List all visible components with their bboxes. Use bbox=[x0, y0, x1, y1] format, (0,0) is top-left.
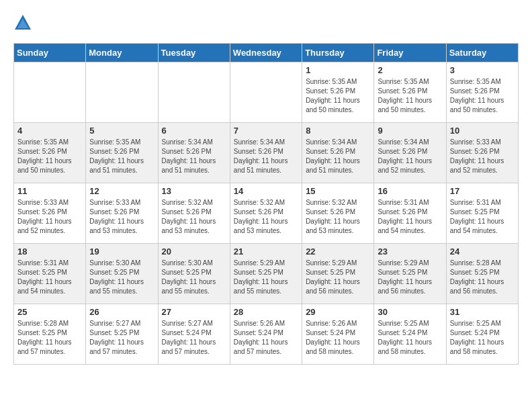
day-info: Sunrise: 5:34 AM Sunset: 5:26 PM Dayligh… bbox=[234, 138, 298, 175]
day-cell: 1Sunrise: 5:35 AM Sunset: 5:26 PM Daylig… bbox=[302, 62, 374, 123]
day-cell: 24Sunrise: 5:28 AM Sunset: 5:25 PM Dayli… bbox=[446, 244, 518, 304]
day-cell: 8Sunrise: 5:34 AM Sunset: 5:26 PM Daylig… bbox=[302, 123, 374, 183]
day-info: Sunrise: 5:27 AM Sunset: 5:25 PM Dayligh… bbox=[89, 319, 154, 357]
day-cell: 11Sunrise: 5:33 AM Sunset: 5:26 PM Dayli… bbox=[14, 183, 86, 244]
day-info: Sunrise: 5:35 AM Sunset: 5:26 PM Dayligh… bbox=[450, 77, 515, 115]
day-info: Sunrise: 5:32 AM Sunset: 5:26 PM Dayligh… bbox=[306, 198, 370, 236]
day-number: 28 bbox=[234, 307, 298, 317]
day-number: 8 bbox=[306, 126, 370, 136]
weekday-sunday: Sunday bbox=[14, 44, 86, 62]
day-info: Sunrise: 5:30 AM Sunset: 5:25 PM Dayligh… bbox=[162, 259, 226, 296]
day-cell: 26Sunrise: 5:27 AM Sunset: 5:25 PM Dayli… bbox=[86, 304, 158, 365]
day-number: 16 bbox=[378, 186, 442, 196]
day-info: Sunrise: 5:31 AM Sunset: 5:25 PM Dayligh… bbox=[17, 259, 82, 296]
day-info: Sunrise: 5:33 AM Sunset: 5:26 PM Dayligh… bbox=[17, 198, 82, 236]
day-number: 17 bbox=[450, 186, 515, 196]
day-number: 9 bbox=[378, 126, 442, 136]
day-cell: 16Sunrise: 5:31 AM Sunset: 5:26 PM Dayli… bbox=[374, 183, 446, 244]
day-cell: 13Sunrise: 5:32 AM Sunset: 5:26 PM Dayli… bbox=[158, 183, 230, 244]
day-cell: 14Sunrise: 5:32 AM Sunset: 5:26 PM Dayli… bbox=[230, 183, 302, 244]
day-info: Sunrise: 5:25 AM Sunset: 5:24 PM Dayligh… bbox=[450, 319, 515, 357]
week-row-1: 1Sunrise: 5:35 AM Sunset: 5:26 PM Daylig… bbox=[14, 62, 519, 123]
day-number: 30 bbox=[378, 307, 442, 317]
day-cell: 19Sunrise: 5:30 AM Sunset: 5:25 PM Dayli… bbox=[86, 244, 158, 304]
day-number: 24 bbox=[450, 246, 515, 257]
day-info: Sunrise: 5:29 AM Sunset: 5:25 PM Dayligh… bbox=[234, 259, 298, 296]
day-cell: 22Sunrise: 5:29 AM Sunset: 5:25 PM Dayli… bbox=[302, 244, 374, 304]
day-number: 13 bbox=[162, 186, 226, 196]
day-number: 7 bbox=[234, 126, 298, 136]
day-cell: 25Sunrise: 5:28 AM Sunset: 5:25 PM Dayli… bbox=[14, 304, 86, 365]
weekday-monday: Monday bbox=[86, 44, 158, 62]
day-info: Sunrise: 5:29 AM Sunset: 5:25 PM Dayligh… bbox=[378, 259, 442, 296]
day-number: 12 bbox=[89, 186, 154, 196]
day-info: Sunrise: 5:35 AM Sunset: 5:26 PM Dayligh… bbox=[378, 77, 442, 115]
day-number: 22 bbox=[306, 246, 370, 257]
logo bbox=[13, 13, 38, 32]
day-cell: 28Sunrise: 5:26 AM Sunset: 5:24 PM Dayli… bbox=[230, 304, 302, 365]
week-row-2: 4Sunrise: 5:35 AM Sunset: 5:26 PM Daylig… bbox=[14, 123, 519, 183]
week-row-4: 18Sunrise: 5:31 AM Sunset: 5:25 PM Dayli… bbox=[14, 244, 519, 304]
day-cell: 4Sunrise: 5:35 AM Sunset: 5:26 PM Daylig… bbox=[14, 123, 86, 183]
day-cell bbox=[86, 62, 158, 123]
day-cell: 30Sunrise: 5:25 AM Sunset: 5:24 PM Dayli… bbox=[374, 304, 446, 365]
day-info: Sunrise: 5:25 AM Sunset: 5:24 PM Dayligh… bbox=[378, 319, 442, 357]
day-cell: 7Sunrise: 5:34 AM Sunset: 5:26 PM Daylig… bbox=[230, 123, 302, 183]
day-number: 2 bbox=[378, 65, 442, 75]
day-cell: 27Sunrise: 5:27 AM Sunset: 5:24 PM Dayli… bbox=[158, 304, 230, 365]
day-info: Sunrise: 5:34 AM Sunset: 5:26 PM Dayligh… bbox=[378, 138, 442, 175]
day-number: 19 bbox=[89, 246, 154, 257]
day-cell: 17Sunrise: 5:31 AM Sunset: 5:25 PM Dayli… bbox=[446, 183, 518, 244]
day-number: 31 bbox=[450, 307, 515, 317]
calendar-table: SundayMondayTuesdayWednesdayThursdayFrid… bbox=[13, 43, 519, 365]
weekday-thursday: Thursday bbox=[302, 44, 374, 62]
weekday-wednesday: Wednesday bbox=[230, 44, 302, 62]
day-number: 5 bbox=[89, 126, 154, 136]
day-info: Sunrise: 5:32 AM Sunset: 5:26 PM Dayligh… bbox=[234, 198, 298, 236]
day-number: 29 bbox=[306, 307, 370, 317]
day-cell: 31Sunrise: 5:25 AM Sunset: 5:24 PM Dayli… bbox=[446, 304, 518, 365]
day-number: 26 bbox=[89, 307, 154, 317]
day-info: Sunrise: 5:28 AM Sunset: 5:25 PM Dayligh… bbox=[17, 319, 82, 357]
day-info: Sunrise: 5:35 AM Sunset: 5:26 PM Dayligh… bbox=[17, 138, 82, 175]
day-number: 11 bbox=[17, 186, 82, 196]
day-info: Sunrise: 5:31 AM Sunset: 5:26 PM Dayligh… bbox=[378, 198, 442, 236]
day-cell: 29Sunrise: 5:26 AM Sunset: 5:24 PM Dayli… bbox=[302, 304, 374, 365]
logo-icon bbox=[13, 13, 32, 32]
day-info: Sunrise: 5:35 AM Sunset: 5:26 PM Dayligh… bbox=[89, 138, 154, 175]
day-cell: 21Sunrise: 5:29 AM Sunset: 5:25 PM Dayli… bbox=[230, 244, 302, 304]
weekday-header-row: SundayMondayTuesdayWednesdayThursdayFrid… bbox=[14, 44, 519, 62]
day-number: 1 bbox=[306, 65, 370, 75]
day-cell bbox=[14, 62, 86, 123]
day-info: Sunrise: 5:29 AM Sunset: 5:25 PM Dayligh… bbox=[306, 259, 370, 296]
day-number: 15 bbox=[306, 186, 370, 196]
day-info: Sunrise: 5:32 AM Sunset: 5:26 PM Dayligh… bbox=[162, 198, 226, 236]
day-number: 10 bbox=[450, 126, 515, 136]
day-cell bbox=[230, 62, 302, 123]
day-info: Sunrise: 5:31 AM Sunset: 5:25 PM Dayligh… bbox=[450, 198, 515, 236]
day-number: 20 bbox=[162, 246, 226, 257]
day-info: Sunrise: 5:33 AM Sunset: 5:26 PM Dayligh… bbox=[89, 198, 154, 236]
week-row-3: 11Sunrise: 5:33 AM Sunset: 5:26 PM Dayli… bbox=[14, 183, 519, 244]
day-cell: 15Sunrise: 5:32 AM Sunset: 5:26 PM Dayli… bbox=[302, 183, 374, 244]
day-number: 6 bbox=[162, 126, 226, 136]
day-info: Sunrise: 5:26 AM Sunset: 5:24 PM Dayligh… bbox=[234, 319, 298, 357]
day-cell: 2Sunrise: 5:35 AM Sunset: 5:26 PM Daylig… bbox=[374, 62, 446, 123]
day-number: 25 bbox=[17, 307, 82, 317]
day-info: Sunrise: 5:30 AM Sunset: 5:25 PM Dayligh… bbox=[89, 259, 154, 296]
day-cell: 9Sunrise: 5:34 AM Sunset: 5:26 PM Daylig… bbox=[374, 123, 446, 183]
day-number: 21 bbox=[234, 246, 298, 257]
day-cell: 20Sunrise: 5:30 AM Sunset: 5:25 PM Dayli… bbox=[158, 244, 230, 304]
day-cell: 3Sunrise: 5:35 AM Sunset: 5:26 PM Daylig… bbox=[446, 62, 518, 123]
day-info: Sunrise: 5:26 AM Sunset: 5:24 PM Dayligh… bbox=[306, 319, 370, 357]
day-cell: 10Sunrise: 5:33 AM Sunset: 5:26 PM Dayli… bbox=[446, 123, 518, 183]
day-cell: 23Sunrise: 5:29 AM Sunset: 5:25 PM Dayli… bbox=[374, 244, 446, 304]
day-cell: 12Sunrise: 5:33 AM Sunset: 5:26 PM Dayli… bbox=[86, 183, 158, 244]
weekday-tuesday: Tuesday bbox=[158, 44, 230, 62]
day-number: 14 bbox=[234, 186, 298, 196]
day-info: Sunrise: 5:28 AM Sunset: 5:25 PM Dayligh… bbox=[450, 259, 515, 296]
day-cell: 5Sunrise: 5:35 AM Sunset: 5:26 PM Daylig… bbox=[86, 123, 158, 183]
day-number: 3 bbox=[450, 65, 515, 75]
day-number: 4 bbox=[17, 126, 82, 136]
day-number: 18 bbox=[17, 246, 82, 257]
